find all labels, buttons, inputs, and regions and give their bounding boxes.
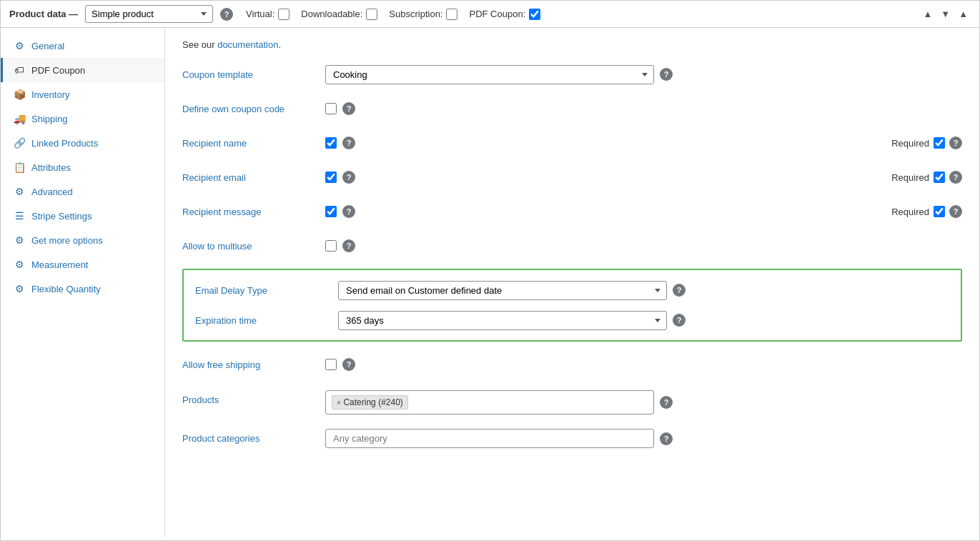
pdf-coupon-check-item: PDF Coupon: — [469, 9, 540, 20]
arrow-expand-button[interactable]: ▲ — [956, 7, 971, 21]
pdf-coupon-label: PDF Coupon: — [469, 9, 525, 19]
sidebar-label-attributes: Attributes — [31, 162, 71, 173]
allow-multiuse-help-icon[interactable]: ? — [342, 239, 355, 252]
tag-label: Catering (#240) — [343, 397, 402, 407]
allow-free-shipping-help-icon[interactable]: ? — [342, 358, 355, 371]
recipient-name-required-help-icon[interactable]: ? — [949, 137, 962, 149]
sidebar-item-shipping[interactable]: 🚚 Shipping — [1, 106, 164, 131]
sidebar-item-measurement[interactable]: ⚙ Measurement — [1, 252, 164, 277]
recipient-name-help-icon[interactable]: ? — [342, 137, 355, 149]
sidebar-item-inventory[interactable]: 📦 Inventory — [1, 82, 164, 106]
header-arrows: ▲ ▼ ▲ — [920, 7, 971, 21]
recipient-message-required: Required ? — [891, 205, 962, 218]
flexible-quantity-icon: ⚙ — [13, 283, 26, 294]
email-delay-type-control: Send email on Customer defined date Send… — [338, 281, 949, 300]
recipient-email-checkbox[interactable] — [325, 172, 337, 183]
allow-free-shipping-row: Allow free shipping ? — [182, 353, 962, 376]
sidebar-item-general[interactable]: ⚙ General — [1, 34, 164, 58]
downloadable-check-item: Downloadable: — [301, 9, 377, 20]
define-coupon-code-checkbox[interactable] — [325, 103, 337, 114]
recipient-message-row: Recipient message ? Required ? — [182, 200, 962, 223]
product-type-select[interactable]: Simple product Variable product Grouped … — [85, 5, 213, 23]
recipient-email-required-help-icon[interactable]: ? — [949, 171, 962, 184]
expiration-time-select[interactable]: 365 days 30 days 60 days 90 days 180 day… — [338, 311, 667, 330]
define-coupon-code-control: ? — [325, 102, 962, 115]
email-delay-type-label: Email Delay Type — [195, 285, 338, 296]
measurement-icon: ⚙ — [13, 259, 26, 270]
panel-body: ⚙ General 🏷 PDF Coupon 📦 Inventory 🚚 Shi… — [1, 28, 979, 537]
arrow-up-button[interactable]: ▲ — [920, 7, 935, 21]
recipient-name-row: Recipient name ? Required ? — [182, 131, 962, 154]
stripe-settings-icon: ☰ — [13, 210, 26, 222]
sidebar-label-inventory: Inventory — [31, 89, 69, 100]
product-data-panel: Product data — Simple product Variable p… — [0, 0, 980, 541]
recipient-name-checkbox[interactable] — [325, 137, 337, 149]
general-icon: ⚙ — [13, 40, 26, 51]
products-tags-input[interactable]: × Catering (#240) — [325, 390, 654, 415]
products-label: Products — [182, 390, 325, 405]
allow-multiuse-label: Allow to multiuse — [182, 241, 325, 252]
sidebar-item-flexible-quantity[interactable]: ⚙ Flexible Quantity — [1, 277, 164, 301]
linked-products-icon: 🔗 — [13, 137, 26, 149]
expiration-time-help-icon[interactable]: ? — [673, 314, 685, 327]
inventory-icon: 📦 — [13, 89, 26, 100]
define-coupon-code-row: Define own coupon code ? — [182, 97, 962, 120]
subscription-checkbox[interactable] — [446, 9, 457, 20]
subscription-check-item: Subscription: — [389, 9, 457, 20]
products-row: Products × Catering (#240) ? — [182, 387, 962, 415]
arrow-down-button[interactable]: ▼ — [938, 7, 953, 21]
sidebar-item-attributes[interactable]: 📋 Attributes — [1, 155, 164, 179]
virtual-checkbox[interactable] — [278, 9, 289, 20]
sidebar-item-advanced[interactable]: ⚙ Advanced — [1, 179, 164, 204]
recipient-email-help-icon[interactable]: ? — [342, 171, 355, 184]
define-coupon-code-help-icon[interactable]: ? — [342, 102, 355, 115]
recipient-message-required-help-icon[interactable]: ? — [949, 205, 962, 218]
products-help-icon[interactable]: ? — [660, 396, 673, 409]
coupon-template-select[interactable]: Cooking Default Modern — [325, 65, 654, 84]
tag-remove-icon[interactable]: × — [337, 398, 341, 407]
product-categories-input[interactable] — [325, 429, 654, 448]
recipient-name-required-checkbox[interactable] — [934, 137, 945, 149]
sidebar-item-pdf-coupon[interactable]: 🏷 PDF Coupon — [1, 58, 164, 82]
recipient-email-required-label: Required — [891, 172, 929, 183]
product-type-help-icon[interactable]: ? — [220, 8, 233, 21]
recipient-email-control: ? — [325, 171, 891, 184]
doc-line: See our documentation. — [182, 39, 962, 50]
sidebar-label-flexible-quantity: Flexible Quantity — [31, 284, 101, 294]
sidebar-label-get-more-options: Get more options — [31, 235, 103, 246]
allow-multiuse-row: Allow to multiuse ? — [182, 234, 962, 257]
allow-free-shipping-label: Allow free shipping — [182, 359, 325, 370]
allow-multiuse-checkbox[interactable] — [325, 240, 337, 252]
downloadable-checkbox[interactable] — [366, 9, 377, 20]
coupon-template-help-icon[interactable]: ? — [660, 68, 673, 81]
sidebar-item-stripe-settings[interactable]: ☰ Stripe Settings — [1, 204, 164, 228]
sidebar-label-advanced: Advanced — [31, 187, 73, 197]
doc-suffix: . — [278, 39, 281, 50]
attributes-icon: 📋 — [13, 162, 26, 173]
sidebar-label-stripe-settings: Stripe Settings — [31, 211, 92, 222]
recipient-message-checkbox[interactable] — [325, 206, 337, 217]
main-content: See our documentation. Coupon template C… — [165, 28, 979, 537]
sidebar-item-linked-products[interactable]: 🔗 Linked Products — [1, 131, 164, 155]
product-categories-row: Product categories ? — [182, 426, 962, 449]
sidebar-label-general: General — [31, 41, 64, 51]
highlighted-section: Email Delay Type Send email on Customer … — [182, 269, 962, 342]
header-checks: Virtual: Downloadable: Subscription: PDF… — [246, 9, 540, 20]
product-categories-help-icon[interactable]: ? — [660, 432, 673, 445]
doc-link[interactable]: documentation — [217, 39, 278, 50]
recipient-name-required-label: Required — [891, 138, 929, 149]
recipient-email-required-checkbox[interactable] — [934, 172, 945, 183]
recipient-message-required-checkbox[interactable] — [934, 206, 945, 217]
pdf-coupon-icon: 🏷 — [13, 64, 26, 76]
allow-free-shipping-checkbox[interactable] — [325, 359, 337, 370]
recipient-message-help-icon[interactable]: ? — [342, 205, 355, 218]
expiration-time-row: Expiration time 365 days 30 days 60 days… — [195, 309, 949, 332]
email-delay-type-select[interactable]: Send email on Customer defined date Send… — [338, 281, 667, 300]
email-delay-type-row: Email Delay Type Send email on Customer … — [195, 279, 949, 302]
pdf-coupon-checkbox[interactable] — [529, 9, 540, 20]
advanced-icon: ⚙ — [13, 186, 26, 197]
sidebar-item-get-more-options[interactable]: ⚙ Get more options — [1, 228, 164, 252]
panel-title: Product data — — [9, 9, 78, 19]
email-delay-type-help-icon[interactable]: ? — [673, 284, 685, 297]
expiration-time-label: Expiration time — [195, 315, 338, 326]
